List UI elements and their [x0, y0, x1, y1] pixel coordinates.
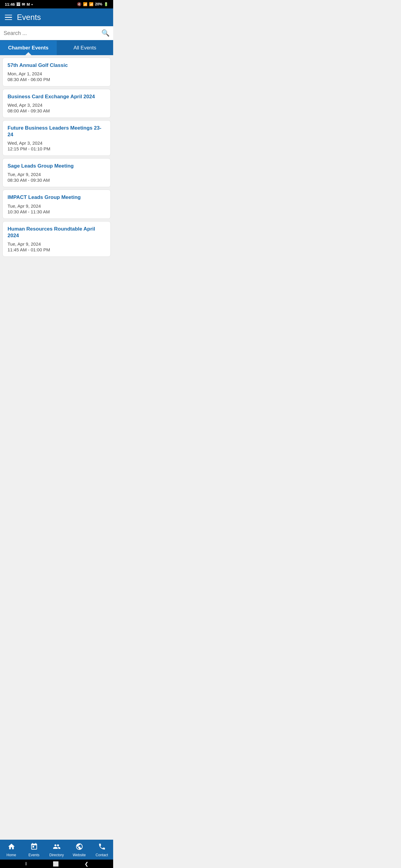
status-bar: 11:46 🖼 ✉ M • 🔇 📶 📶 20% 🔋	[0, 0, 113, 8]
search-icon[interactable]: 🔍	[102, 29, 110, 37]
status-right: 🔇 📶 📶 20% 🔋	[77, 2, 108, 6]
battery-icon: 🔋	[104, 2, 108, 6]
event-card-1[interactable]: Business Card Exchange April 2024 Wed, A…	[2, 89, 111, 118]
event-date-2: Wed, Apr 3, 2024	[7, 141, 106, 146]
event-card-5[interactable]: Human Resources Roundtable April 2024 Tu…	[2, 221, 111, 257]
search-input[interactable]	[4, 30, 102, 36]
event-title-5: Human Resources Roundtable April 2024	[7, 226, 106, 239]
gmail-icon: M	[27, 2, 30, 7]
event-time-4: 10:30 AM - 11:30 AM	[7, 209, 106, 214]
events-list: 57th Annual Golf Classic Mon, Apr 1, 202…	[0, 55, 113, 292]
dot-indicator: •	[31, 2, 33, 7]
time: 11:46	[5, 2, 15, 7]
wifi-icon: 📶	[83, 2, 87, 6]
event-date-0: Mon, Apr 1, 2024	[7, 71, 106, 76]
event-date-5: Tue, Apr 9, 2024	[7, 241, 106, 247]
event-card-0[interactable]: 57th Annual Golf Classic Mon, Apr 1, 202…	[2, 58, 111, 87]
event-title-4: IMPACT Leads Group Meeting	[7, 194, 106, 201]
menu-button[interactable]	[5, 15, 12, 20]
event-title-1: Business Card Exchange April 2024	[7, 93, 106, 100]
header: Events	[0, 8, 113, 26]
event-time-0: 08:30 AM - 06:00 PM	[7, 77, 106, 82]
page-title: Events	[17, 13, 41, 22]
event-card-3[interactable]: Sage Leads Group Meeting Tue, Apr 9, 202…	[2, 158, 111, 187]
event-time-5: 11:45 AM - 01:00 PM	[7, 247, 106, 252]
email-icon: ✉	[22, 2, 25, 7]
gallery-icon: 🖼	[16, 2, 20, 7]
event-title-0: 57th Annual Golf Classic	[7, 62, 106, 69]
event-time-1: 08:00 AM - 09:30 AM	[7, 108, 106, 113]
event-date-1: Wed, Apr 3, 2024	[7, 102, 106, 107]
event-date-3: Tue, Apr 9, 2024	[7, 172, 106, 177]
event-time-3: 08:30 AM - 09:30 AM	[7, 178, 106, 183]
signal-icon: 📶	[89, 2, 93, 6]
event-time-2: 12:15 PM - 01:10 PM	[7, 146, 106, 151]
event-title-2: Future Business Leaders Meetings 23-24	[7, 125, 106, 138]
search-bar: 🔍	[0, 26, 113, 41]
mute-icon: 🔇	[77, 2, 82, 6]
event-card-2[interactable]: Future Business Leaders Meetings 23-24 W…	[2, 120, 111, 156]
tabs-container: Chamber Events All Events	[0, 41, 113, 55]
event-title-3: Sage Leads Group Meeting	[7, 163, 106, 169]
event-date-4: Tue, Apr 9, 2024	[7, 204, 106, 209]
tab-all-events[interactable]: All Events	[57, 41, 113, 55]
battery-percent: 20%	[95, 2, 102, 6]
status-left: 11:46 🖼 ✉ M •	[5, 2, 33, 7]
event-card-4[interactable]: IMPACT Leads Group Meeting Tue, Apr 9, 2…	[2, 190, 111, 218]
tab-chamber-events[interactable]: Chamber Events	[0, 41, 57, 55]
